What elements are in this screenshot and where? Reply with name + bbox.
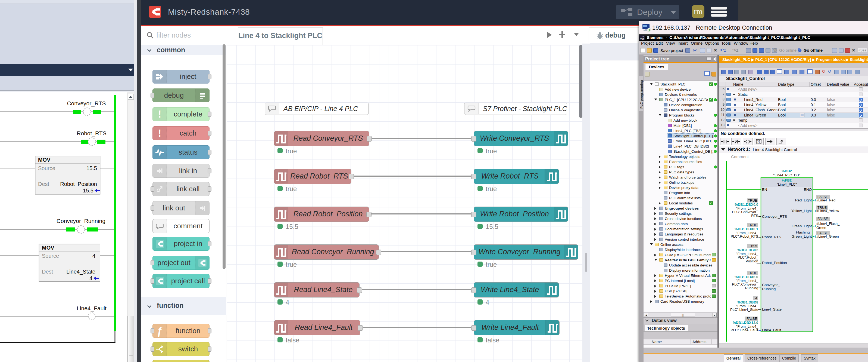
svg-text:PLC".Robot_RTS: PLC".Robot_RTS <box>731 234 758 239</box>
svg-text:Line4_State: Line4_State <box>762 307 782 311</box>
svg-text:Green_Light: Green_Light <box>792 224 812 228</box>
svg-text:Conveyor_Running: Conveyor_Running <box>57 218 105 224</box>
svg-text:Position: Position <box>746 259 758 263</box>
svg-text:ENO: ENO <box>804 188 812 192</box>
svg-text:%FB2: %FB2 <box>782 178 792 183</box>
svg-text:TRUE: TRUE <box>748 223 757 227</box>
svg-text:Line4_Fault: Line4_Fault <box>76 305 106 312</box>
svg-text:15.5: 15.5 <box>86 165 97 171</box>
svg-text:Conveyor_RTS: Conveyor_RTS <box>762 215 787 219</box>
svg-text:Green: Green <box>816 226 826 230</box>
svg-text:TRUE: TRUE <box>748 271 757 275</box>
svg-text:15.5: 15.5 <box>83 188 93 194</box>
svg-text:Green_Light: Green_Light <box>792 234 812 239</box>
svg-text:TRUE: TRUE <box>748 199 757 202</box>
svg-text:MOV: MOV <box>42 245 54 251</box>
svg-text:Source: Source <box>38 165 55 171</box>
svg-text:Conveyor_: Conveyor_ <box>762 283 780 287</box>
svg-text:Robot_Position: Robot_Position <box>60 181 97 187</box>
svg-text:Dest: Dest <box>42 269 53 275</box>
svg-text:PLC".Line4_Fault: PLC".Line4_Fault <box>731 328 758 332</box>
svg-text:"Line4_PLC": "Line4_PLC" <box>777 183 797 187</box>
svg-text:#Line4_Flash_: #Line4_Flash_ <box>816 222 840 226</box>
svg-text:Running: Running <box>762 287 776 291</box>
svg-text:Robot_RTS: Robot_RTS <box>76 130 106 137</box>
svg-text:FALSE: FALSE <box>817 217 828 221</box>
svg-text:Conveyor_RTS: Conveyor_RTS <box>67 100 106 107</box>
svg-text:#Line4_Yellow: #Line4_Yellow <box>816 209 839 213</box>
svg-text:Running: Running <box>745 286 758 290</box>
svg-text:4: 4 <box>92 253 95 259</box>
svg-text:??: ?? <box>757 140 761 143</box>
svg-text:"Line4_PLC_DB": "Line4_PLC_DB" <box>773 173 800 177</box>
svg-text:15.5: 15.5 <box>751 244 757 248</box>
svg-text:4: 4 <box>755 297 757 300</box>
svg-text:#Line4_Green: #Line4_Green <box>816 234 839 239</box>
svg-text:FALSE: FALSE <box>746 317 757 321</box>
svg-text:Dest: Dest <box>38 181 50 187</box>
svg-text:Yellow_Light: Yellow_Light <box>792 209 812 213</box>
svg-text:Robot_Position: Robot_Position <box>762 261 787 265</box>
svg-text:#Line4_Red: #Line4_Red <box>816 198 835 202</box>
svg-text:RTS: RTS <box>751 214 758 218</box>
svg-text:Line4_State: Line4_State <box>66 269 95 275</box>
svg-text:Flashing_: Flashing_ <box>796 230 812 234</box>
svg-text:Robot_RTS: Robot_RTS <box>762 235 781 239</box>
svg-text:Line4_Fault: Line4_Fault <box>762 328 781 332</box>
svg-text:Red_Light: Red_Light <box>795 198 812 202</box>
svg-text:%DB2: %DB2 <box>782 169 792 173</box>
svg-text:PLC".Line4_State: PLC".Line4_State <box>730 308 758 312</box>
svg-text:4: 4 <box>89 275 92 281</box>
svg-text:MOV: MOV <box>38 157 51 163</box>
svg-text:Source: Source <box>42 253 59 259</box>
svg-text:EN: EN <box>762 188 767 192</box>
